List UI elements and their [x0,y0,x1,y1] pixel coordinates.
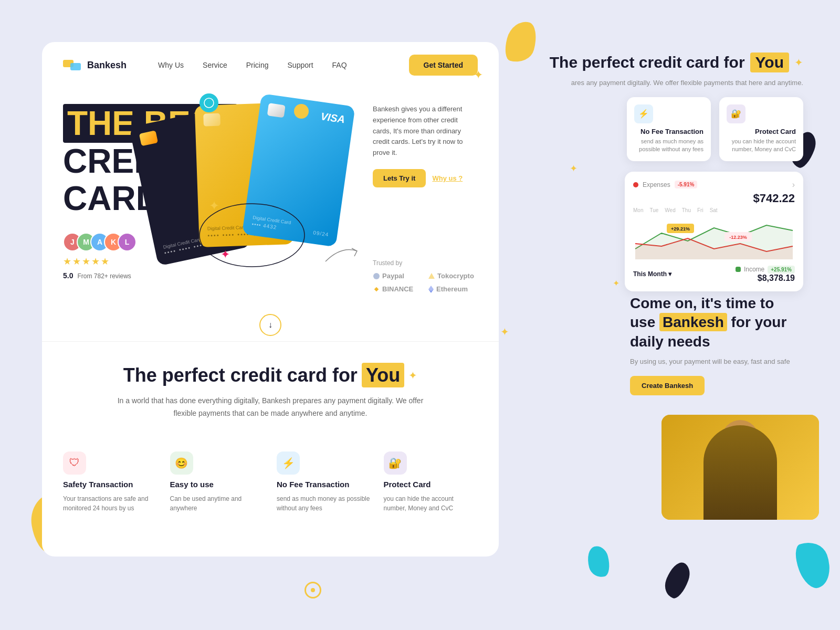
easy-title: Easy to use [170,480,265,489]
income-label: Income [744,266,764,273]
orbital-decoration [194,183,310,288]
safety-title: Safety Transaction [63,480,158,489]
nofee-title: No Fee Transaction [277,480,371,489]
sparkle-top-right: ✦ [474,68,483,82]
section2-title-prefix: The perfect credit card for [123,364,358,386]
ring-center-dot [311,588,315,592]
tokocrypto-icon [428,272,435,280]
protect-icon: 🔐 [384,452,407,475]
avatar-5: L [118,233,136,251]
create-bankesh-button[interactable]: Create Bankesh [630,376,705,395]
chart-widget: Expenses -5.91% › $742.22 Mon Tue Wed Th… [625,172,803,291]
fc-protect-icon: 🔐 [727,104,746,123]
safety-icon: 🛡 [63,452,86,475]
period-selector[interactable]: This Month ▾ [633,270,671,278]
card-chip-blue [267,103,286,118]
nofee-icon: ⚡ [277,452,300,475]
get-started-button[interactable]: Get Started [409,55,478,76]
binance-logo: BINANCE [373,285,423,293]
fc-protect-title: Protect Card [727,128,796,135]
nav-support[interactable]: Support [288,61,313,69]
easy-desc: Can be used anytime and anywhere [170,494,265,513]
nav-why-us[interactable]: Why Us [158,61,184,69]
navbar: Bankesh Why Us Service Pricing Support F… [42,42,499,88]
binance-icon [373,286,380,293]
logo: Bankesh [63,56,127,75]
trusted-logos: Paypal Tokocrypto BINANCE Ethereum [373,272,478,293]
float-ring-decoration [304,582,321,598]
teal-circle-decoration [200,93,218,112]
right-image-card [662,415,819,520]
nav-pricing[interactable]: Pricing [246,61,269,69]
svg-marker-7 [428,273,435,279]
income-dot [736,267,741,272]
features-grid: 🛡 Safety Transaction Your transactions a… [42,436,499,529]
chart-svg: +29.21% -12.23% [633,217,795,259]
fc-nofee-desc: send as much money as possible without a… [634,138,704,154]
main-card: Bankesh Why Us Service Pricing Support F… [42,42,499,556]
right-sparkle: ✦ [794,56,803,69]
section2-description: In a world that has done everything digi… [113,395,428,420]
trusted-section: Trusted by Paypal Tokocrypto BINANCE Eth… [373,259,478,293]
chart-nav-right[interactable]: › [792,180,795,190]
right-bottom-desc: By using us, your payment will be easy, … [630,356,819,368]
sparkle-mid2: ✦ [613,278,620,288]
feature-card-protect: 🔐 Protect Card you can hide the account … [719,97,803,161]
sparkle-section2: ✦ [408,369,417,382]
hero-right-text: Bankesh gives you a different experience… [373,104,478,187]
svg-text:+29.21%: +29.21% [671,226,690,232]
income-badge: +25.91% [768,266,795,274]
svg-text:-12.23%: -12.23% [729,235,747,240]
svg-rect-1 [70,63,81,70]
expense-badge: -5.91% [675,181,698,188]
paypal-icon [373,272,380,280]
hero-description: Bankesh gives you a different experience… [373,104,478,159]
right-top-desc: ares any payment digitally. We offer fle… [541,78,803,89]
float-yellow-coin [294,104,309,119]
svg-point-6 [373,273,380,279]
fc-nofee-title: No Fee Transaction [634,128,704,135]
person-image [662,415,819,520]
rating-value: 5.0 [63,271,73,280]
expense-label: Expenses [643,181,670,188]
right-title-highlight: You [750,52,789,72]
chart-header: Expenses -5.91% › [633,180,795,190]
ethereum-icon [428,286,434,293]
feature-card-nofee: ⚡ No Fee Transaction send as much money … [627,97,711,161]
feature-easy: 😊 Easy to use Can be used anytime and an… [170,452,265,513]
scroll-button[interactable]: ↓ [259,314,281,336]
sparkle-mid-right: ✦ [570,163,578,174]
income-amount: $8,378.19 [736,274,795,283]
feature-protect: 🔐 Protect Card you can hide the account … [384,452,478,513]
why-us-button[interactable]: Why us ? [432,174,463,182]
try-button[interactable]: Lets Try it [373,169,426,187]
paypal-logo: Paypal [373,272,423,280]
chart-title-row: Expenses -5.91% [633,181,697,188]
right-bottom-title: Come on, it's time to use Bankesh for yo… [630,294,819,351]
svg-point-5 [200,204,304,267]
safety-desc: Your transactions are safe and monitored… [63,494,158,513]
protect-title: Protect Card [384,480,478,489]
feature-safety: 🛡 Safety Transaction Your transactions a… [63,452,158,513]
visa-logo: VISA [320,110,345,125]
fc-protect-desc: you can hide the account number, Money a… [727,138,796,154]
right-title-prefix: The perfect credit card for [550,54,745,71]
easy-icon: 😊 [170,452,193,475]
nofee-desc: send as much money as possible without a… [277,494,371,513]
chart-footer: This Month ▾ Income +25.91% $8,378.19 [633,266,795,283]
nav-faq[interactable]: FAQ [332,61,347,69]
card-chip-black [139,130,158,146]
nav-service[interactable]: Service [203,61,227,69]
this-month-label[interactable]: This Month ▾ [633,270,671,278]
logo-icon [63,56,82,75]
trusted-label: Trusted by [373,259,478,267]
teal-blob-bottom [791,537,836,592]
bankesh-highlight: Bankesh [659,313,727,331]
scroll-indicator: ↓ [42,314,499,336]
chart-amount: $742.22 [633,192,795,205]
black-blob-bottom [661,559,694,601]
review-count: From 782+ reviews [77,272,131,280]
fc-nofee-icon: ⚡ [634,104,653,123]
section2-title-highlight: You [362,363,404,387]
protect-desc: you can hide the account number, Money a… [384,494,478,513]
